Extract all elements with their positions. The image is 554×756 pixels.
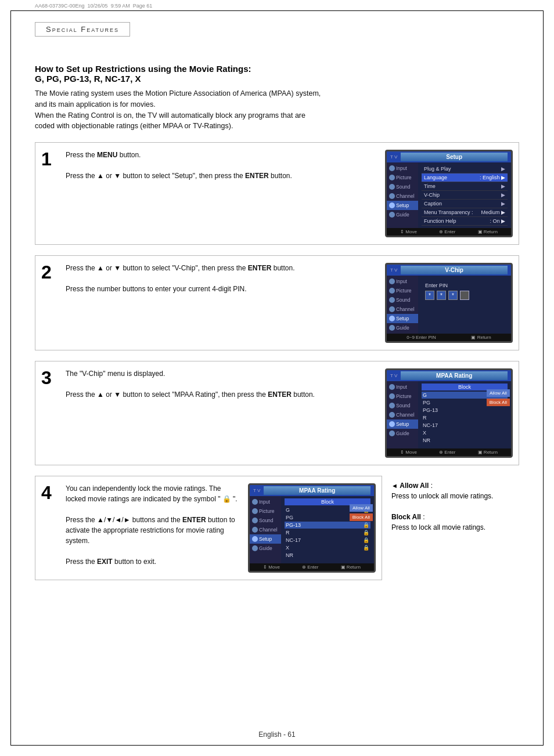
s2-guide: Guide <box>387 323 418 332</box>
allow-all-label: Allow All <box>400 482 429 490</box>
tv-sidebar-step4: Input Picture Sound Channel Setup Guide <box>250 496 281 563</box>
block-all-btn-s3[interactable]: Block All <box>487 399 510 406</box>
step-3-block: 3 The "V-Chip" menu is displayed. Press … <box>35 361 519 465</box>
s4-rating-r: R🔒 <box>285 529 370 536</box>
page-border-top <box>10 10 544 11</box>
allow-all-btn-s4[interactable]: Allow All <box>350 504 373 512</box>
step-4-row: 4 You can independently lock the movie r… <box>35 476 519 580</box>
s2-channel: Channel <box>387 305 418 314</box>
tv-main-step4: Block G🔒 PG🔒 PG-13🔒 R🔒 NC-17🔒 X🔒 NR Allo… <box>281 496 374 563</box>
pin-box-3: * <box>448 291 458 300</box>
pin-boxes: * * * <box>425 291 504 300</box>
s4-guide: Guide <box>250 544 281 553</box>
s3-setup: Setup <box>387 419 418 429</box>
step-4-number: 4 <box>41 483 57 502</box>
s4-rating-nr: NR <box>285 552 370 559</box>
page-border-bottom <box>10 745 544 746</box>
menu-funchelp: Function Help: On ▶ <box>422 217 508 226</box>
s4-rating-nc17: NC-17🔒 <box>285 537 370 544</box>
rating-pg13: PG-13 <box>422 407 508 414</box>
menu-transparency: Menu Transparency :Medium ▶ <box>422 208 508 217</box>
sidebar-input: Input <box>387 164 418 173</box>
sidebar-channel: Channel <box>387 191 418 201</box>
menu-time: Time▶ <box>422 182 508 191</box>
step-4-text: You can independently lock the movie rat… <box>66 483 240 567</box>
allow-all-btn-s3[interactable]: Allow All <box>487 389 510 397</box>
header-meta: AA68-03739C-00Eng 10/26/05 9:59 AM Page … <box>35 3 152 9</box>
step-3-text: The "V-Chip" menu is displayed. Press th… <box>66 368 377 400</box>
s4-setup: Setup <box>250 534 281 544</box>
menu-vchip: V-Chip▶ <box>422 191 508 200</box>
tv-main-step2: Enter PIN * * * <box>418 276 511 334</box>
pin-box-4 <box>460 291 469 300</box>
page-title: How to Set up Restrictions using the Mov… <box>35 64 519 84</box>
tv-screen-step4: T V MPAA Rating Input Picture Sound Chan… <box>248 483 376 573</box>
rating-x: X <box>422 429 508 436</box>
allow-all-triangle: ◄ <box>391 482 398 489</box>
tv-bottom-step3: ⇕ Move⊕ Enter▣ Return <box>387 448 511 456</box>
step-3-number: 3 <box>41 368 57 387</box>
step-1-number: 1 <box>41 150 57 168</box>
s4-rating-pg13: PG-13🔒 <box>285 522 370 529</box>
step-4-block: 4 You can independently lock the movie r… <box>35 476 382 580</box>
tv-pin-area: Enter PIN * * * <box>422 278 508 308</box>
sidebar-setup-active: Setup <box>387 201 418 210</box>
s4-sound: Sound <box>250 516 281 525</box>
tv-bottom-step2: 0~9 Enter PIN▣ Return <box>387 334 511 341</box>
intro-text: The Movie rating system uses the Motion … <box>35 88 519 132</box>
allow-all-desc: Press to unlock all movie ratings. <box>391 492 493 500</box>
s3-sound: Sound <box>387 401 418 410</box>
page-header: Special Features <box>35 22 519 37</box>
tv-screen-step1: T V Setup Input Picture Sound Channel Se… <box>385 150 513 237</box>
s2-sound: Sound <box>387 295 418 305</box>
rating-nr: NR <box>422 437 508 444</box>
rating-nc17: NC-17 <box>422 422 508 429</box>
s3-channel: Channel <box>387 410 418 419</box>
s4-rating-x: X🔒 <box>285 544 370 551</box>
tv-title-step3: MPAA Rating <box>401 371 508 380</box>
main-content: How to Set up Restrictions using the Mov… <box>35 64 519 591</box>
tv-title-step2: V-Chip <box>401 266 508 274</box>
s3-guide: Guide <box>387 429 418 438</box>
s2-picture: Picture <box>387 286 418 295</box>
step-4-side-note: ◄ Allow All : Press to unlock all movie … <box>391 476 519 580</box>
s2-input: Input <box>387 277 418 286</box>
s3-input: Input <box>387 382 418 392</box>
tv-title-step4: MPAA Rating <box>264 486 370 495</box>
s3-picture: Picture <box>387 392 418 401</box>
tv-main-step3: Block G PG PG-13 R NC-17 X NR Allow All … <box>418 381 511 448</box>
pin-box-2: * <box>437 291 446 300</box>
step-2-block: 2 Press the ▲ or ▼ button to select "V-C… <box>35 255 519 350</box>
tv-bottom-step4: ⇕ Move⊕ Enter▣ Return <box>250 563 374 571</box>
tv-sidebar-step2: Input Picture Sound Channel Setup Guide <box>387 276 418 334</box>
sidebar-guide: Guide <box>387 210 418 219</box>
pin-label: Enter PIN <box>425 283 504 288</box>
rating-r: R <box>422 414 508 421</box>
page-border-right <box>543 10 544 746</box>
block-all-desc: Press to lock all movie ratings. <box>391 523 485 531</box>
menu-language: Language: English ▶ <box>422 173 508 182</box>
tv-sidebar-step3: Input Picture Sound Channel Setup Guide <box>387 381 418 448</box>
s4-channel: Channel <box>250 525 281 534</box>
block-all-label: Block All <box>391 513 421 521</box>
s2-setup: Setup <box>387 314 418 323</box>
step-1-block: 1 Press the MENU button. Press the ▲ or … <box>35 142 519 245</box>
block-all-btn-s4[interactable]: Block All <box>350 513 373 521</box>
section-title: Special Features <box>35 22 130 37</box>
pin-box-1: * <box>425 291 434 300</box>
tv-title-step1: Setup <box>401 153 508 161</box>
tv-main-step1: Plug & Play▶ Language: English ▶ Time▶ V… <box>418 162 511 228</box>
menu-plug-play: Plug & Play▶ <box>422 165 508 173</box>
page-number: English - 61 <box>0 730 554 739</box>
step-2-number: 2 <box>41 263 57 281</box>
tv-sidebar-step1: Input Picture Sound Channel Setup Guide <box>387 162 418 228</box>
sidebar-picture: Picture <box>387 173 418 182</box>
tv-screen-step2: T V V-Chip Input Picture Sound Channel S… <box>385 263 513 343</box>
s4-picture: Picture <box>250 507 281 516</box>
sidebar-sound: Sound <box>387 182 418 191</box>
page-border-left <box>10 10 11 746</box>
s4-input: Input <box>250 497 281 507</box>
step-2-text: Press the ▲ or ▼ button to select "V-Chi… <box>66 263 377 294</box>
tv-screen-step3: T V MPAA Rating Input Picture Sound Chan… <box>385 368 513 458</box>
tv-bottom-step1: ⇕ Move⊕ Enter▣ Return <box>387 228 511 236</box>
